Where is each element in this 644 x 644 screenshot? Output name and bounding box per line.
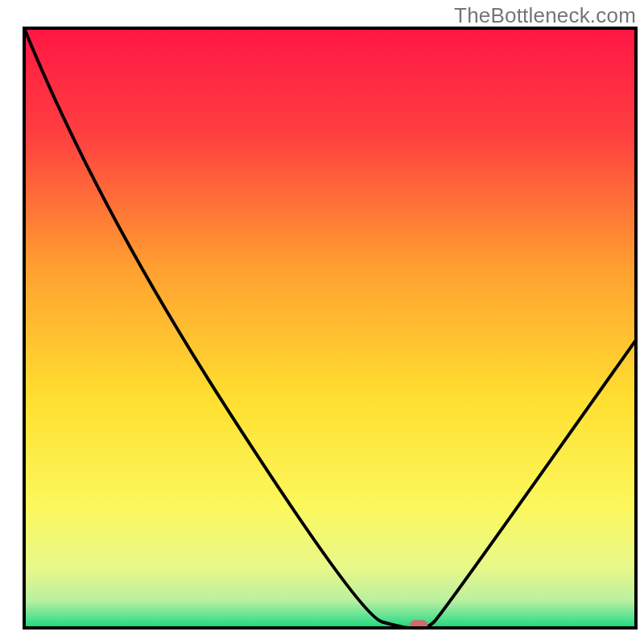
- watermark-text: TheBottleneck.com: [454, 3, 636, 28]
- chart-container: TheBottleneck.com: [0, 0, 644, 644]
- bottleneck-chart: [0, 0, 644, 644]
- chart-background: [24, 28, 636, 628]
